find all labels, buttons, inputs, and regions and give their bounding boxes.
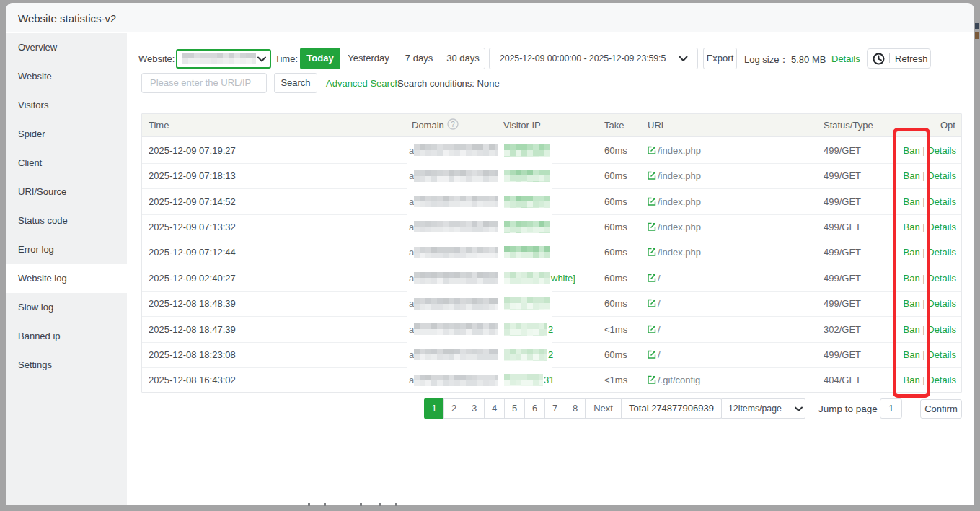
svg-text:?: ?: [451, 121, 455, 128]
